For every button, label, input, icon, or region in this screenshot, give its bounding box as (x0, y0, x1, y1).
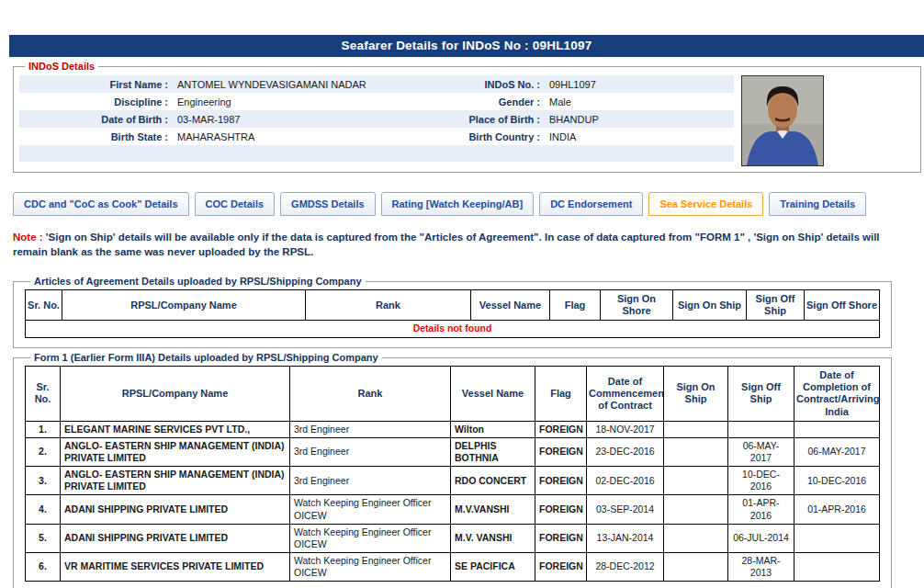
flag-header: Flag (550, 290, 601, 321)
sign-off-shore-header: Sign Off Shore (805, 290, 880, 321)
flag-cell: FOREIGN (535, 524, 587, 552)
vessel-cell: Wilton (451, 421, 535, 437)
rank-cell: 3rd Engineer (290, 437, 451, 466)
sign-off-ship-cell (728, 421, 794, 437)
articles-of-agreement-section: Articles of Agreement Details uploaded b… (13, 276, 892, 348)
sr-cell: 4. (26, 495, 61, 524)
gender-label: Gender : (458, 93, 546, 110)
completion-cell (794, 421, 880, 437)
vessel-header: Vessel Name (451, 367, 535, 422)
first-name-label: First Name : (19, 75, 174, 93)
sign-off-ship-cell: 06-JUL-2014 (728, 524, 794, 552)
sign-off-ship-cell: 01-APR-2016 (728, 495, 794, 524)
sign-on-ship-cell (664, 552, 728, 581)
sign-on-ship-note: Note : 'Sign on Ship' details will be av… (13, 230, 915, 259)
date-of-birth-value: 03-MAR-1987 (174, 110, 458, 128)
articles-legend: Articles of Agreement Details uploaded b… (30, 276, 366, 287)
sr-no-header: Sr. No. (26, 367, 61, 422)
rank-cell: 3rd Engineer (290, 467, 451, 495)
vessel-cell: M.V. VANSHI (451, 524, 535, 552)
indos-details-legend: INDoS Details (25, 61, 98, 72)
flag-header: Flag (535, 367, 587, 422)
rank-header: Rank (290, 367, 451, 422)
birth-country-label: Birth Country : (458, 128, 546, 145)
commencement-cell: 23-DEC-2016 (587, 437, 664, 466)
vessel-header: Vessel Name (471, 290, 550, 321)
company-cell: ANGLO- EASTERN SHIP MANAGEMENT (INDIA) P… (61, 467, 290, 495)
tab-gmdss-details[interactable]: GMDSS Details (280, 192, 375, 216)
place-of-birth-label: Place of Birth : (458, 110, 546, 128)
seafarer-photo (741, 75, 824, 166)
table-row: 6. VR MARITIME SERVICES PRIVATE LIMITED … (26, 552, 880, 581)
first-name-value: ANTOMEL WYNDEVASIGAMANI NADAR (174, 75, 458, 93)
completion-header: Date of Completion of Contract/Arriving … (794, 367, 880, 422)
note-body: 'Sign on Ship' details will be available… (13, 232, 880, 257)
flag-cell: FOREIGN (535, 552, 587, 581)
commencement-cell: 13-JAN-2014 (587, 524, 664, 552)
company-cell: ADANI SHIPPING PRIVATE LIMITED (61, 524, 290, 552)
commencement-header: Date of Commencement of Contract (587, 367, 664, 422)
empty-row (19, 145, 734, 162)
sign-on-ship-header: Sign On Ship (664, 367, 728, 422)
birth-state-value: MAHARASHTRA (174, 128, 458, 145)
company-cell: VR MARITIME SERVICES PRIVATE LIMITED (61, 552, 290, 581)
company-cell: ELEGANT MARINE SERVICES PVT LTD., (61, 421, 290, 437)
sr-cell: 6. (26, 552, 61, 581)
commencement-cell: 28-DEC-2012 (587, 552, 664, 581)
vessel-cell: M.V.VANSHI (451, 495, 535, 524)
sign-on-shore-header: Sign On Shore (601, 290, 673, 321)
form1-legend: Form 1 (Earlier Form IIIA) Details uploa… (30, 352, 382, 363)
rank-cell: Watch Keeping Engineer Officer OICEW (290, 495, 451, 524)
tab-rating-watch-keeping-ab[interactable]: Rating [Watch Keeping/AB] (381, 192, 535, 216)
rank-header: Rank (306, 290, 471, 321)
sr-cell: 2. (26, 437, 61, 466)
place-of-birth-value: BHANDUP (546, 110, 734, 128)
completion-cell: 10-DEC-2016 (794, 467, 880, 495)
flag-cell: FOREIGN (535, 495, 587, 524)
page-title: Seafarer Details for INDoS No : 09HL1097 (9, 35, 924, 57)
table-row: First Name : ANTOMEL WYNDEVASIGAMANI NAD… (19, 75, 734, 93)
table-row: Birth State : MAHARASHTRA Birth Country … (19, 128, 734, 145)
rank-cell: Watch Keeping Engineer Officer OICEW (290, 552, 451, 581)
birth-state-label: Birth State : (19, 128, 174, 145)
sign-off-ship-cell: 28-MAR-2013 (728, 552, 794, 581)
vessel-cell: RDO CONCERT (451, 467, 535, 495)
tab-sea-service-details[interactable]: Sea Service Details (648, 192, 763, 216)
sign-on-ship-cell (664, 524, 728, 552)
date-of-birth-label: Date of Birth : (19, 110, 174, 128)
table-row: Discipline : Engineering Gender : Male (19, 93, 734, 110)
sign-on-ship-cell (664, 421, 728, 437)
details-not-found-message: Details not found (26, 321, 880, 337)
sign-off-ship-header: Sign Off Ship (728, 367, 794, 422)
articles-table: Sr. No. RPSL/Company Name Rank Vessel Na… (25, 289, 880, 338)
indos-no-label: INDoS No. : (458, 75, 546, 93)
rank-cell: Watch Keeping Engineer Officer OICEW (290, 524, 451, 552)
discipline-label: Discipline : (19, 93, 174, 110)
tab-dc-endorsement[interactable]: DC Endorsement (539, 192, 643, 216)
table-row: 4. ADANI SHIPPING PRIVATE LIMITED Watch … (26, 495, 880, 524)
sign-off-ship-header: Sign Off Ship (747, 290, 805, 321)
form1-table: Sr. No. RPSL/Company Name Rank Vessel Na… (25, 366, 880, 582)
form1-section: Form 1 (Earlier Form IIIA) Details uploa… (13, 352, 892, 588)
tab-training-details[interactable]: Training Details (769, 192, 866, 216)
sr-cell: 1. (26, 421, 61, 437)
company-cell: ANGLO- EASTERN SHIP MANAGEMENT (INDIA) P… (61, 437, 290, 466)
sign-off-ship-cell: 06-MAY-2017 (728, 437, 794, 466)
indos-no-value: 09HL1097 (546, 75, 734, 93)
indos-details-table: First Name : ANTOMEL WYNDEVASIGAMANI NAD… (19, 75, 734, 162)
sign-off-ship-cell: 10-DEC-2016 (728, 467, 794, 495)
table-header-row: Sr. No. RPSL/Company Name Rank Vessel Na… (26, 290, 880, 321)
completion-cell: 06-MAY-2017 (794, 437, 880, 466)
table-row: 2. ANGLO- EASTERN SHIP MANAGEMENT (INDIA… (26, 437, 880, 466)
birth-country-value: INDIA (546, 128, 734, 145)
indos-details-section: INDoS Details First Name : ANTOMEL WYNDE… (13, 61, 921, 173)
sign-on-ship-cell (664, 495, 728, 524)
table-row: 5. ADANI SHIPPING PRIVATE LIMITED Watch … (26, 524, 880, 552)
discipline-value: Engineering (174, 93, 458, 110)
commencement-cell: 02-DEC-2016 (587, 467, 664, 495)
note-prefix: Note : (13, 232, 43, 243)
tab-cdc-coc-as-cook-details[interactable]: CDC and "CoC as Cook" Details (13, 192, 189, 216)
sign-on-ship-cell (664, 467, 728, 495)
tab-coc-details[interactable]: COC Details (195, 192, 276, 216)
sign-on-ship-cell (664, 437, 728, 466)
